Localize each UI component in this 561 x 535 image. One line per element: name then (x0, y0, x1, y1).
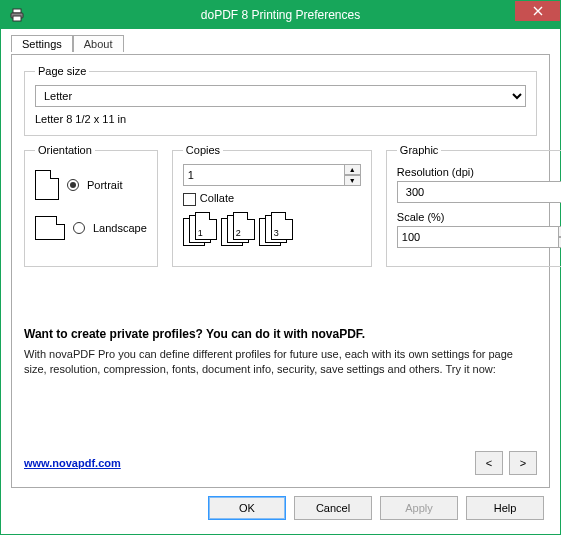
orientation-group: Orientation Portrait Landscape (24, 144, 158, 267)
portrait-page-icon (35, 170, 59, 200)
orientation-legend: Orientation (35, 144, 95, 156)
orientation-landscape[interactable]: Landscape (35, 216, 147, 240)
cancel-button[interactable]: Cancel (294, 496, 372, 520)
close-button[interactable] (515, 1, 560, 21)
apply-button: Apply (380, 496, 458, 520)
stack-3-icon: 3 (259, 212, 295, 248)
titlebar: doPDF 8 Printing Preferences (1, 1, 560, 29)
page-size-legend: Page size (35, 65, 89, 77)
tab-strip: Settings About (11, 35, 554, 52)
portrait-radio[interactable] (67, 179, 79, 191)
svg-rect-2 (13, 16, 21, 21)
window-title: doPDF 8 Printing Preferences (1, 8, 560, 22)
svg-rect-0 (13, 9, 21, 13)
page-size-dimensions: Letter 8 1/2 x 11 in (35, 113, 526, 125)
stack-2-icon: 2 (221, 212, 257, 248)
promo-heading: Want to create private profiles? You can… (24, 327, 537, 341)
copies-group: Copies ▲ ▼ Collate (172, 144, 372, 267)
promo-body: With novaPDF Pro you can define differen… (24, 347, 537, 377)
ok-button[interactable]: OK (208, 496, 286, 520)
scale-label: Scale (%) (397, 211, 561, 223)
landscape-radio[interactable] (73, 222, 85, 234)
graphic-legend: Graphic (397, 144, 442, 156)
landscape-page-icon (35, 216, 65, 240)
resolution-select[interactable]: 300 (397, 181, 561, 203)
promo-footer: www.novapdf.com < > (24, 451, 537, 475)
collate-illustration: 1 2 3 (183, 212, 361, 248)
scale-spinner[interactable]: ▲ ▼ (397, 226, 561, 248)
portrait-label: Portrait (87, 179, 122, 191)
copies-spinner[interactable]: ▲ ▼ (183, 164, 361, 186)
settings-panel: Page size Letter Letter 8 1/2 x 11 in Or… (11, 54, 550, 488)
graphic-group: Graphic Resolution (dpi) 300 Scale (%) ▲ (386, 144, 561, 267)
client-area: Settings About Page size Letter Letter 8… (7, 29, 554, 528)
tab-settings[interactable]: Settings (11, 35, 73, 52)
collate-label: Collate (200, 192, 234, 204)
page-size-group: Page size Letter Letter 8 1/2 x 11 in (24, 65, 537, 136)
landscape-label: Landscape (93, 222, 147, 234)
copies-input[interactable] (183, 164, 345, 186)
copies-up[interactable]: ▲ (345, 164, 361, 175)
promo-next-button[interactable]: > (509, 451, 537, 475)
stack-1-icon: 1 (183, 212, 219, 248)
printer-icon (9, 7, 25, 23)
collate-checkbox[interactable] (183, 193, 196, 206)
resolution-label: Resolution (dpi) (397, 166, 561, 178)
tab-about[interactable]: About (73, 35, 124, 52)
orientation-portrait[interactable]: Portrait (35, 170, 147, 200)
copies-down[interactable]: ▼ (345, 175, 361, 186)
promo-prev-button[interactable]: < (475, 451, 503, 475)
window: doPDF 8 Printing Preferences Settings Ab… (0, 0, 561, 535)
collate-option[interactable]: Collate (183, 192, 361, 206)
page-size-select[interactable]: Letter (35, 85, 526, 107)
promo-section: Want to create private profiles? You can… (24, 327, 537, 377)
dialog-buttons: OK Cancel Apply Help (208, 496, 544, 520)
help-button[interactable]: Help (466, 496, 544, 520)
novapdf-link[interactable]: www.novapdf.com (24, 457, 121, 469)
copies-legend: Copies (183, 144, 223, 156)
scale-input[interactable] (397, 226, 559, 248)
